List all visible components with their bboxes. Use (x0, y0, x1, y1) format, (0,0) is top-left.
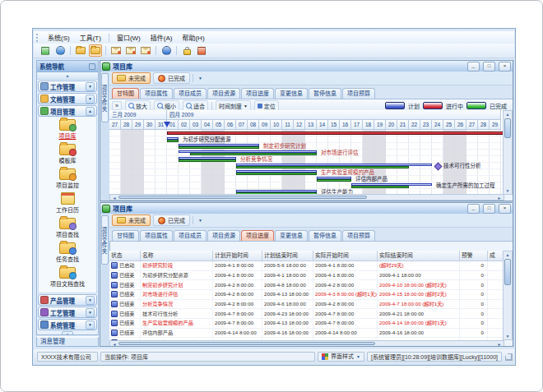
chevron-down-icon[interactable]: ▼ (86, 95, 95, 104)
table-row[interactable]: 已结束制定初步研究计划2009-4-2 8:00:002009-4-8 18:0… (109, 280, 504, 290)
table-tab-项目预算[interactable]: 项目预算 (342, 230, 375, 241)
column-header-名称[interactable]: 名称 (141, 251, 213, 261)
item-project-doc-search[interactable]: 项目文档查找 (39, 265, 96, 289)
help-button[interactable] (160, 44, 173, 57)
column-header-实际开始时间[interactable]: 实际开始时间 (313, 251, 378, 261)
ui-style-dropdown[interactable]: 界面样式 ▼ (318, 352, 364, 362)
table-vertical-scrollbar[interactable]: ▲ ▼ (503, 251, 513, 340)
mail-open-button[interactable] (124, 44, 137, 57)
column-header-状态[interactable]: 状态 (109, 251, 141, 261)
group-work-management[interactable]: 工作管理▼ (38, 81, 97, 92)
group-document-management[interactable]: 文档管理▼ (38, 93, 97, 104)
menu-help[interactable]: 帮助(H) (177, 32, 209, 43)
tab-finished[interactable]: 已完成 (153, 214, 190, 226)
gantt-vertical-scrollbar[interactable]: ▲ ▼ (503, 110, 513, 195)
column-header-计划结束时间[interactable]: 计划结束时间 (262, 251, 313, 261)
scroll-thumb[interactable] (118, 196, 367, 199)
maximize-button[interactable]: □ (483, 62, 495, 71)
chevron-up-icon[interactable]: ▲ (86, 107, 95, 116)
menu-plugin[interactable]: 插件(A) (146, 32, 178, 43)
project-folder-tab[interactable]: 项目文件夹 (101, 73, 109, 122)
table-tab-变更信息[interactable]: 变更信息 (275, 230, 308, 241)
done-bar-分析竞争情况[interactable] (179, 159, 236, 162)
menu-tools[interactable]: 工具(T) (75, 32, 106, 43)
filter-more-button[interactable]: ▼ (196, 74, 205, 83)
minimize-button[interactable]: _ (467, 62, 480, 71)
chevron-down-icon[interactable]: ▼ (86, 308, 95, 317)
lock-button[interactable] (180, 44, 193, 57)
tab-finished[interactable]: 已完成 (153, 72, 190, 84)
mail-manage-button[interactable] (139, 44, 152, 57)
table-row[interactable]: 已结束对市场进行评估2009-4-2 8:00:002009-4-13 18:0… (109, 290, 504, 300)
table-row[interactable]: 已结束为初步研究分配资源2009-4-1 8:00:002009-4-1 18:… (109, 271, 504, 281)
tab-unfinished[interactable]: 未完成 (112, 214, 151, 226)
item-project-search[interactable]: 项目查找 (39, 215, 96, 240)
gantt-tab-项目进度[interactable]: 项目进度 (241, 88, 274, 99)
summary-bar-初步研究阶段[interactable] (167, 131, 504, 135)
more-tools-button[interactable]: » (112, 101, 122, 110)
scroll-thumb[interactable] (504, 118, 511, 138)
item-template-library[interactable]: 模板库 (39, 141, 96, 166)
mail-new-button[interactable] (109, 44, 123, 57)
gantt-tab-暂停信息[interactable]: 暂停信息 (309, 88, 341, 99)
table-tab-甘特图[interactable]: 甘特图 (112, 230, 139, 241)
gantt-tab-项目成员[interactable]: 项目成员 (174, 88, 207, 99)
table-tab-项目进度[interactable]: 项目进度 (241, 230, 274, 241)
column-header-实际结束时间[interactable]: 实际结束时间 (378, 251, 460, 261)
table-tab-项目属性[interactable]: 项目属性 (140, 230, 173, 241)
scroll-up-icon[interactable]: ▲ (504, 251, 512, 258)
chevron-down-icon[interactable]: ▼ (86, 296, 95, 305)
column-header-预警[interactable]: 预警 (460, 251, 488, 261)
item-work-calendar[interactable]: 工作日历 (39, 191, 96, 215)
group-product-management[interactable]: 产品管理▼ (38, 294, 97, 306)
scroll-down-icon[interactable]: ▼ (504, 333, 512, 339)
table-row[interactable]: 已结束分析竞争情况2009-4-2 8:00:002009-4-6 18:00:… (109, 300, 504, 310)
gantt-tab-项目属性[interactable]: 项目属性 (140, 88, 173, 99)
table-tab-暂停信息[interactable]: 暂停信息 (309, 230, 341, 241)
gantt-tab-变更信息[interactable]: 变更信息 (275, 88, 308, 99)
column-header-成[interactable]: 成 (488, 251, 504, 261)
scroll-left-icon[interactable]: ◄ (110, 341, 118, 346)
scroll-up-icon[interactable]: ▲ (504, 111, 512, 118)
item-project-monitor[interactable]: 项目监控 (39, 166, 96, 191)
minimize-button[interactable]: _ (467, 204, 480, 214)
maximize-button[interactable]: □ (483, 204, 495, 214)
internet-button[interactable] (53, 44, 67, 57)
table-row[interactable]: 已启动初步研究阶段2009-4-1 8:00:002009-5-6 18:00:… (109, 261, 504, 271)
tab-unfinished[interactable]: 未完成 (112, 72, 151, 84)
gantt-horizontal-scrollbar[interactable]: ◄ ► (109, 194, 504, 201)
menu-window[interactable]: 窗口(W) (112, 32, 146, 43)
column-header-计划开始时间[interactable]: 计划开始时间 (213, 251, 262, 261)
done-bar-为初步研究分配资源[interactable] (167, 140, 179, 142)
filter-more-button[interactable]: ▼ (196, 216, 205, 225)
sidebar-scroll-more-button[interactable]: ▼ (62, 331, 73, 335)
item-task-search[interactable]: 任务查找 (39, 240, 96, 265)
menu-system[interactable]: 系统(S) (43, 32, 75, 43)
table-horizontal-scrollbar[interactable]: ◄ ► (109, 340, 504, 346)
scroll-thumb[interactable] (118, 342, 375, 345)
scroll-left-icon[interactable]: ◄ (110, 195, 118, 201)
gantt-body[interactable]: 为初步研究分配资源制定初步研究计划对市场进行评估分析竞争情况技术可行性分析生产实… (109, 130, 504, 195)
group-project-management[interactable]: 项目管理▲ (38, 105, 97, 117)
project-folder-tab[interactable]: 项目文件夹 (101, 215, 109, 265)
gantt-tab-甘特图[interactable]: 甘特图 (112, 88, 139, 99)
folder-open-button[interactable] (89, 44, 102, 57)
scroll-right-icon[interactable]: ► (495, 341, 504, 346)
gantt-tab-项目预算[interactable]: 项目预算 (342, 88, 375, 99)
sidebar-collapse-button[interactable]: ▲ (37, 72, 98, 80)
done-bar-技术可行性分析[interactable] (236, 166, 409, 168)
table-row[interactable]: 已结束评估内部产品2009-4-14 8:00:002009-4-16 18:0… (109, 329, 504, 339)
chevron-down-icon[interactable]: ▼ (86, 82, 95, 91)
close-button[interactable]: × (499, 62, 511, 71)
group-process-management[interactable]: 工艺管理▼ (38, 307, 97, 318)
sidebar-tab-message-management[interactable]: 消息管理 (36, 336, 99, 347)
folder-closed-button[interactable] (74, 44, 87, 57)
item-project-library[interactable]: 项目库 (39, 117, 96, 141)
done-bar-确定生产所需的加工过程[interactable] (351, 186, 409, 188)
table-row[interactable]: 已结束生产实验室规模的产品2009-4-7 8:00:002009-4-13 1… (109, 319, 504, 329)
done-bar-对市场进行评估[interactable] (190, 153, 317, 155)
close-button[interactable]: × (499, 204, 511, 214)
group-system-management[interactable]: 系统管理▼ (38, 319, 97, 330)
done-bar-评估内部产品[interactable] (317, 179, 351, 182)
scroll-right-icon[interactable]: ► (495, 195, 504, 201)
